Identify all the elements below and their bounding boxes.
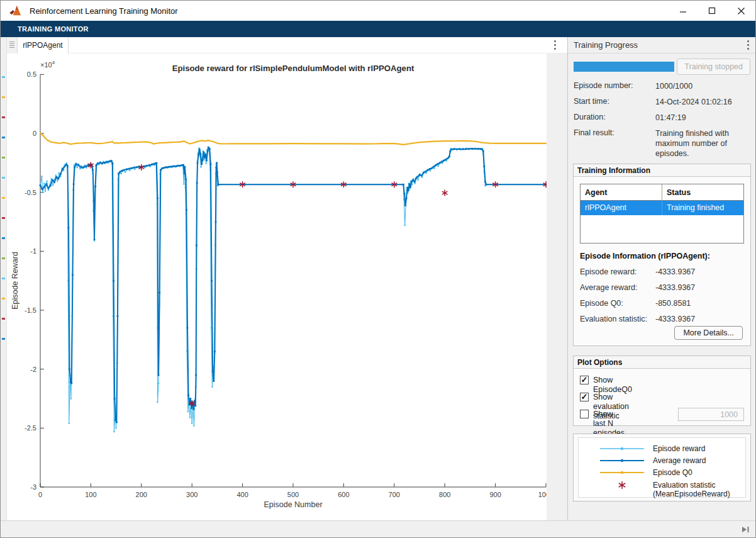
- x-tick-label: 200: [136, 491, 147, 498]
- plot-options-section: Plot Options Show EpisodeQ0 Show evaluat…: [573, 356, 751, 426]
- minimize-icon[interactable]: [669, 1, 698, 21]
- show-last-n-episodes-checkbox[interactable]: [580, 410, 589, 418]
- episode-reward-line-swatch: [599, 446, 645, 452]
- show-evaluation-statistic-checkbox[interactable]: [580, 393, 589, 401]
- episode-number-label: Episode number:: [574, 81, 633, 90]
- chart-title: Episode reward for rlSimplePendulumModel…: [172, 64, 414, 73]
- start-time-value: 14-Oct-2024 01:02:16: [655, 97, 751, 107]
- legend-label: Average reward: [653, 456, 706, 465]
- training-stopped-button[interactable]: Training stopped: [677, 59, 750, 75]
- y-tick-label: 0: [33, 130, 36, 137]
- legend-section: Episode reward Average reward Episode Q0: [573, 434, 751, 502]
- training-information-section: Training Information Agent Status rlPPOA…: [573, 164, 751, 346]
- average-reward-line-swatch: [599, 457, 645, 464]
- x-axis-label: Episode Number: [264, 500, 322, 509]
- y-axis-exponent: ×104: [40, 60, 55, 69]
- evaluation-statistic-value: -4333.9367: [655, 315, 695, 323]
- legend-entry-evaluation-statistic: Evaluation statistic (MeanEpisodeReward): [579, 479, 745, 498]
- app-window: Reinforcement Learning Training Monitor …: [0, 0, 756, 538]
- y-tick-label: -2: [30, 366, 36, 373]
- episode-reward-value: -4333.9367: [655, 267, 695, 276]
- y-axis-label: Episode Reward: [11, 252, 19, 310]
- series-episode_reward-line: [40, 147, 546, 432]
- y-tick-label: -3: [30, 483, 36, 491]
- average-reward-value: -4333.9367: [655, 283, 695, 292]
- evaluation-statistic-label: Evaluation statistic:: [580, 315, 647, 323]
- episode-q0-value: -850.8581: [655, 299, 691, 308]
- episode-number-value: 1000/1000: [655, 81, 751, 91]
- training-progress-bar: [574, 62, 674, 72]
- x-tick-label: 300: [186, 491, 197, 498]
- agent-column-header: Agent: [581, 184, 662, 200]
- matlab-icon: [9, 5, 23, 16]
- tab-group-handle[interactable]: [7, 37, 18, 53]
- legend-label: Episode reward: [653, 444, 705, 453]
- x-tick-label: 600: [338, 491, 349, 498]
- panel-gutter: [547, 53, 567, 522]
- table-row[interactable]: rlPPOAgent Training finished: [581, 201, 743, 215]
- panel-title: Training Progress: [574, 37, 638, 53]
- document-tab-strip: rlPPOAgent: [7, 37, 567, 53]
- table-header-row: Agent Status: [581, 184, 743, 201]
- training-information-header: Training Information: [574, 164, 750, 177]
- evaluation-statistic-asterisk-swatch: [618, 481, 626, 490]
- status-column-header: Status: [662, 184, 743, 200]
- episode-information-title: Episode Information (rlPPOAgent):: [580, 252, 710, 261]
- legend-entry-episode-q0: Episode Q0: [579, 467, 745, 479]
- x-tick-label: 900: [489, 491, 501, 498]
- series-episode_q0-line: [40, 133, 546, 145]
- toolstrip-tab-label: TRAINING MONITOR: [18, 21, 89, 37]
- duration-label: Duration:: [574, 113, 606, 121]
- tab-rlppoagent[interactable]: rlPPOAgent: [18, 37, 69, 53]
- series-average_reward-line: [40, 148, 546, 423]
- x-tick-label: 100: [85, 491, 96, 498]
- window-title: Reinforcement Learning Training Monitor: [30, 6, 178, 16]
- legend-label: Episode Q0: [653, 468, 692, 477]
- expand-panel-icon[interactable]: [742, 525, 750, 534]
- agent-cell: rlPPOAgent: [581, 201, 662, 215]
- y-tick-label: -0.5: [25, 189, 36, 196]
- toolstrip: TRAINING MONITOR: [1, 21, 755, 37]
- x-tick-label: 800: [439, 491, 450, 498]
- x-tick-label: 1000: [538, 491, 547, 498]
- window-controls: [669, 1, 755, 21]
- title-bar: Reinforcement Learning Training Monitor: [1, 1, 755, 21]
- status-bar: [1, 520, 755, 537]
- collapsed-panel-strip: [1, 37, 7, 522]
- x-tick-label: 400: [236, 491, 248, 498]
- maximize-icon[interactable]: [698, 1, 726, 21]
- final-result-value: Training finished with maximum number of…: [655, 128, 751, 159]
- training-progress-panel: Training Progress Training stopped Episo…: [567, 37, 756, 522]
- panel-menu-icon[interactable]: [747, 40, 749, 50]
- legend-entry-average-reward: Average reward: [579, 455, 745, 467]
- agent-status-table: Agent Status rlPPOAgent Training finishe…: [580, 184, 744, 244]
- show-episodeq0-checkbox[interactable]: [580, 376, 589, 384]
- legend-box: Episode reward Average reward Episode Q0: [578, 437, 746, 498]
- plot-options-header: Plot Options: [574, 356, 750, 369]
- episode-q0-label: Episode Q0:: [580, 299, 623, 308]
- episode-q0-line-swatch: [599, 469, 645, 476]
- chart-panel-menu-icon[interactable]: [553, 40, 556, 50]
- y-tick-label: -1.5: [25, 306, 36, 314]
- more-details-button[interactable]: More Details...: [674, 326, 743, 340]
- legend-entry-episode-reward: Episode reward: [579, 443, 745, 455]
- close-icon[interactable]: [726, 1, 755, 21]
- grip-icon: [9, 42, 14, 42]
- show-episodeq0-label: Show EpisodeQ0: [593, 376, 632, 395]
- x-tick-label: 500: [287, 491, 299, 498]
- progress-bar-fill: [574, 62, 674, 72]
- start-time-label: Start time:: [574, 97, 609, 106]
- status-cell: Training finished: [662, 201, 743, 215]
- y-tick-label: -1: [30, 247, 36, 255]
- final-result-label: Final result:: [574, 128, 614, 137]
- x-tick-label: 700: [389, 491, 400, 498]
- y-tick-label: 0.5: [27, 70, 36, 78]
- duration-value: 01:47:19: [655, 113, 751, 123]
- reward-chart: 0.50-0.5-1-1.5-2-2.5-3010020030040050060…: [7, 53, 547, 522]
- legend-label: Evaluation statistic (MeanEpisodeReward): [653, 481, 730, 498]
- average-reward-label: Average reward:: [580, 283, 638, 292]
- last-n-episodes-input[interactable]: [678, 408, 744, 421]
- x-tick-label: 0: [38, 491, 42, 498]
- panel-header: Training Progress: [568, 37, 756, 53]
- reward-chart-figure: 0.50-0.5-1-1.5-2-2.5-3010020030040050060…: [7, 53, 547, 522]
